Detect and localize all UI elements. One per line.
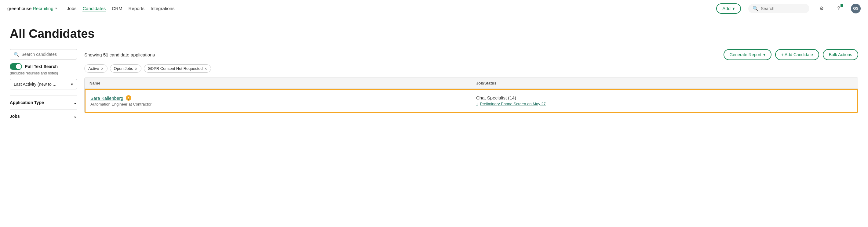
brand-chevron-icon: ▾ — [55, 6, 57, 10]
job-title: Chat Specialist (14) — [476, 95, 852, 100]
global-search-input[interactable] — [761, 6, 804, 11]
application-type-header[interactable]: Application Type ⌄ — [10, 100, 77, 105]
top-nav: greenhouse Recruiting ▾ Jobs Candidates … — [0, 0, 868, 17]
candidates-table: Name Job/Status Sara Kallenberg ! Automa… — [84, 77, 858, 113]
nav-jobs[interactable]: Jobs — [67, 5, 77, 12]
nav-crm[interactable]: CRM — [112, 5, 122, 12]
brand-logo[interactable]: greenhouse Recruiting ▾ — [7, 6, 57, 11]
generate-report-chevron-icon: ▾ — [763, 52, 765, 57]
header-actions: Generate Report ▾ + Add Candidate Bulk A… — [723, 49, 858, 60]
table-cell-name: Sara Kallenberg ! Automation Engineer at… — [86, 90, 471, 112]
nav-reports[interactable]: Reports — [129, 5, 145, 12]
candidate-name-link[interactable]: Sara Kallenberg ! — [90, 95, 466, 101]
full-text-toggle[interactable] — [10, 63, 22, 70]
add-candidate-button[interactable]: + Add Candidate — [775, 49, 819, 60]
filter-active-close-icon[interactable]: × — [101, 66, 103, 71]
toggle-thumb — [16, 64, 21, 69]
candidate-subtitle: Automation Engineer at Contractor — [90, 102, 466, 106]
brand-greenhouse: greenhouse — [7, 6, 31, 11]
page-content: All Candidates 🔍 Full Text Search (Inclu… — [0, 17, 868, 123]
application-type-section: Application Type ⌄ — [10, 96, 77, 109]
main-layout: 🔍 Full Text Search (Includes resumes and… — [10, 49, 858, 123]
includes-note: (Includes resumes and notes) — [10, 71, 77, 75]
full-text-label: Full Text Search — [25, 64, 58, 69]
add-button-chevron-icon: ▾ — [733, 6, 735, 11]
nav-candidates[interactable]: Candidates — [83, 5, 106, 12]
settings-icon[interactable]: ⚙ — [817, 4, 827, 13]
table-header-name: Name — [85, 78, 471, 89]
global-search-bar[interactable]: 🔍 — [748, 4, 809, 13]
sort-dropdown-label: Last Activity (new to ... — [14, 82, 56, 87]
table-cell-job: Chat Specialist (14) ↓ Preliminary Phone… — [471, 90, 857, 112]
filter-gdpr-close-icon[interactable]: × — [205, 66, 207, 71]
filter-active-label: Active — [88, 66, 99, 71]
search-icon: 🔍 — [752, 6, 758, 11]
search-candidates-field[interactable]: 🔍 — [10, 49, 77, 60]
avatar[interactable]: GS — [851, 4, 861, 13]
table-header: Name Job/Status — [85, 78, 858, 89]
candidates-count-number: 51 — [103, 52, 108, 57]
job-status-link[interactable]: ↓ Preliminary Phone Screen on May 27 — [476, 102, 852, 106]
jobs-section-header[interactable]: Jobs ⌄ — [10, 114, 77, 119]
filter-gdpr-label: GDPR Consent Not Requested — [148, 66, 203, 71]
filter-tag-active: Active × — [84, 64, 107, 73]
sidebar: 🔍 Full Text Search (Includes resumes and… — [10, 49, 77, 123]
jobs-label: Jobs — [10, 114, 20, 119]
candidates-count: Showing 51 candidate applications — [84, 52, 155, 57]
candidates-header: Showing 51 candidate applications Genera… — [84, 49, 858, 60]
search-candidates-icon: 🔍 — [14, 52, 19, 57]
jobs-section: Jobs ⌄ — [10, 109, 77, 123]
add-candidate-label: + Add Candidate — [781, 52, 813, 57]
help-icon[interactable]: ? — [834, 4, 843, 13]
job-status-text: Preliminary Phone Screen on May 27 — [480, 102, 546, 106]
filter-tag-open-jobs: Open Jobs × — [110, 64, 142, 73]
filter-tags: Active × Open Jobs × GDPR Consent Not Re… — [84, 64, 858, 73]
add-button-label: Add — [722, 6, 731, 11]
jobs-chevron-icon: ⌄ — [73, 114, 77, 119]
generate-report-button[interactable]: Generate Report ▾ — [723, 49, 772, 60]
candidate-alert-icon: ! — [126, 95, 131, 101]
generate-report-label: Generate Report — [730, 52, 762, 57]
sort-dropdown-chevron-icon: ▾ — [71, 82, 73, 87]
filter-open-jobs-label: Open Jobs — [114, 66, 133, 71]
job-status-arrow-icon: ↓ — [476, 102, 478, 106]
page-title: All Candidates — [10, 27, 858, 40]
sort-dropdown[interactable]: Last Activity (new to ... ▾ — [10, 79, 77, 89]
application-type-label: Application Type — [10, 100, 44, 105]
add-button[interactable]: Add ▾ — [716, 3, 741, 14]
full-text-search-row: Full Text Search — [10, 63, 77, 70]
table-row: Sara Kallenberg ! Automation Engineer at… — [85, 89, 858, 113]
filter-tag-gdpr: GDPR Consent Not Requested × — [144, 64, 211, 73]
nav-links: Jobs Candidates CRM Reports Integrations — [67, 5, 175, 12]
brand-recruiting: Recruiting — [33, 6, 54, 11]
candidate-name-text: Sara Kallenberg — [90, 96, 123, 101]
application-type-chevron-icon: ⌄ — [73, 100, 77, 105]
nav-integrations[interactable]: Integrations — [151, 5, 175, 12]
search-candidates-input[interactable] — [21, 52, 73, 57]
candidates-area: Showing 51 candidate applications Genera… — [84, 49, 858, 123]
filter-open-jobs-close-icon[interactable]: × — [135, 66, 137, 71]
table-header-job-status: Job/Status — [471, 78, 858, 89]
bulk-actions-button[interactable]: Bulk Actions — [823, 49, 858, 60]
bulk-actions-label: Bulk Actions — [829, 52, 852, 57]
